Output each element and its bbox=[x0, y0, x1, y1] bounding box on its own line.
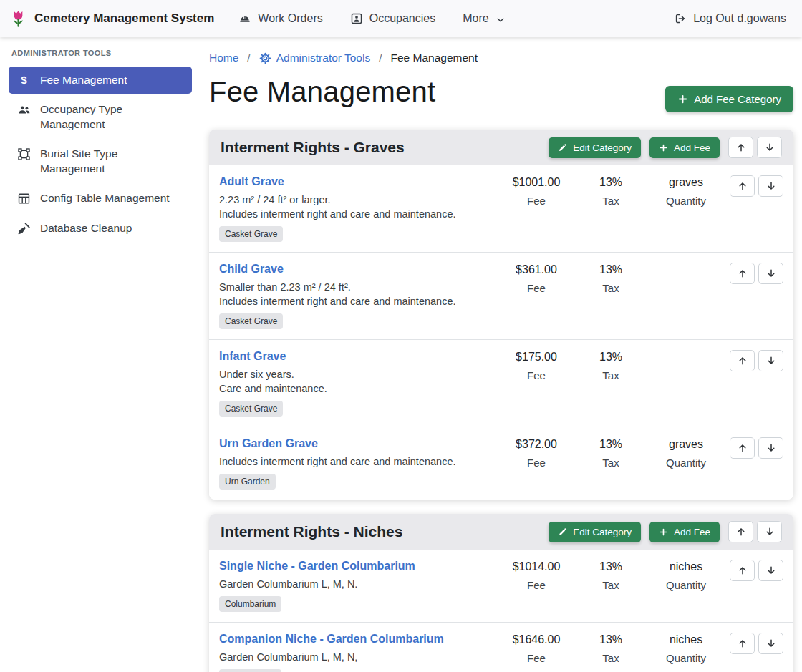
move-category-down-button[interactable] bbox=[757, 521, 782, 542]
tulip-logo-icon bbox=[9, 9, 28, 29]
fee-amount-column: $1001.00 Fee bbox=[497, 175, 576, 207]
fee-description: Includes interment right and care and ma… bbox=[219, 296, 491, 307]
arrow-down-icon bbox=[766, 268, 776, 278]
page-title: Fee Management bbox=[209, 76, 435, 108]
nav-occupancies[interactable]: Occupancies bbox=[350, 12, 436, 25]
category-header: Interment Rights - Niches Edit Category … bbox=[209, 514, 793, 550]
fee-amount-column: $1646.00 Fee bbox=[497, 633, 576, 664]
move-fee-up-button[interactable] bbox=[730, 350, 755, 371]
edit-category-button[interactable]: Edit Category bbox=[549, 137, 641, 158]
fee-name-link[interactable]: Companion Niche - Garden Columbarium bbox=[219, 633, 444, 646]
arrow-up-icon bbox=[736, 142, 746, 152]
sidebar-item-config-table-management[interactable]: Config Table Management bbox=[9, 185, 192, 212]
edit-category-label: Edit Category bbox=[573, 142, 632, 153]
fee-reorder-buttons bbox=[726, 437, 783, 459]
sidebar-heading: ADMINISTRATOR TOOLS bbox=[0, 46, 200, 64]
fee-quantity-column: niches Quantity bbox=[646, 560, 726, 591]
broom-icon bbox=[17, 222, 31, 235]
breadcrumb-separator: / bbox=[379, 52, 382, 64]
category-reorder-buttons bbox=[728, 137, 782, 158]
fee-amount: $175.00 bbox=[497, 351, 576, 364]
fee-quantity-label: Quantity bbox=[646, 195, 726, 207]
fee-tax-column: 13% Tax bbox=[576, 350, 646, 381]
fee-name-link[interactable]: Infant Grave bbox=[219, 350, 286, 363]
move-fee-up-button[interactable] bbox=[730, 633, 755, 654]
nav-more[interactable]: More bbox=[463, 12, 505, 25]
add-fee-label: Add Fee bbox=[674, 142, 710, 153]
move-fee-up-button[interactable] bbox=[730, 437, 755, 459]
fee-amount-column: $175.00 Fee bbox=[497, 350, 576, 381]
sidebar: ADMINISTRATOR TOOLS Fee Management Occup… bbox=[0, 37, 200, 672]
fee-quantity-label: Quantity bbox=[646, 457, 726, 469]
sidebar-item-label: Fee Management bbox=[40, 73, 127, 87]
fee-name-link[interactable]: Urn Garden Grave bbox=[219, 437, 318, 450]
fee-quantity-label: Quantity bbox=[646, 579, 726, 591]
arrow-up-icon bbox=[738, 181, 748, 191]
move-category-up-button[interactable] bbox=[728, 521, 753, 542]
fee-tax-label: Tax bbox=[576, 579, 646, 591]
sidebar-item-label: Occupancy Type Management bbox=[40, 102, 183, 132]
move-fee-down-button[interactable] bbox=[758, 350, 783, 371]
fee-reorder-buttons bbox=[726, 633, 783, 654]
move-category-up-button[interactable] bbox=[728, 137, 753, 158]
fee-descriptions: Garden Columbarium L, M, N. bbox=[219, 578, 491, 590]
add-fee-button[interactable]: Add Fee bbox=[649, 522, 720, 542]
fee-tax-label: Tax bbox=[576, 282, 646, 294]
move-fee-down-button[interactable] bbox=[758, 263, 783, 284]
sidebar-item-database-cleanup[interactable]: Database Cleanup bbox=[9, 215, 192, 242]
fee-tax-column: 13% Tax bbox=[576, 437, 646, 469]
sidebar-item-label: Database Cleanup bbox=[40, 221, 132, 235]
breadcrumb-home-link[interactable]: Home bbox=[209, 52, 238, 64]
breadcrumb-current: Fee Management bbox=[391, 52, 478, 64]
fee-amount: $372.00 bbox=[497, 438, 576, 451]
fee-description: Includes interment right and care and ma… bbox=[219, 456, 491, 467]
logout-icon bbox=[674, 12, 687, 25]
sidebar-item-fee-management[interactable]: Fee Management bbox=[9, 67, 192, 94]
fee-type-badge: Casket Grave bbox=[219, 226, 283, 242]
fee-tax-label: Tax bbox=[576, 195, 646, 207]
nav-work-orders[interactable]: Work Orders bbox=[238, 12, 322, 25]
add-fee-button[interactable]: Add Fee bbox=[649, 137, 720, 158]
breadcrumb-admin-tools-link[interactable]: Administrator Tools bbox=[259, 52, 371, 64]
move-fee-up-button[interactable] bbox=[730, 560, 755, 581]
app-brand[interactable]: Cemetery Management System bbox=[9, 9, 214, 29]
move-fee-down-button[interactable] bbox=[758, 560, 783, 581]
fee-name-link[interactable]: Single Niche - Garden Columbarium bbox=[219, 560, 415, 573]
fee-tax: 13% bbox=[576, 560, 646, 573]
fee-name-link[interactable]: Child Grave bbox=[219, 263, 284, 276]
main-content: Home / Administrator Tools / Fee Managem… bbox=[200, 37, 802, 672]
add-fee-category-button[interactable]: Add Fee Category bbox=[665, 86, 793, 112]
arrow-up-icon bbox=[738, 443, 748, 453]
fee-quantity-label: Quantity bbox=[646, 652, 726, 664]
plus-icon bbox=[659, 143, 668, 152]
fee-amount-label: Fee bbox=[497, 282, 576, 294]
vector-square-icon bbox=[17, 147, 31, 161]
edit-category-button[interactable]: Edit Category bbox=[549, 522, 641, 542]
fee-description: Under six years. bbox=[219, 369, 491, 380]
table-icon bbox=[17, 192, 31, 205]
arrow-up-icon bbox=[738, 565, 748, 575]
move-category-down-button[interactable] bbox=[757, 137, 782, 158]
logout-link[interactable]: Log Out d.gowans bbox=[674, 12, 786, 25]
edit-category-label: Edit Category bbox=[573, 527, 632, 537]
move-fee-up-button[interactable] bbox=[730, 175, 755, 197]
fee-descriptions: Garden Columbarium L, M, N, bbox=[219, 651, 491, 663]
fee-rows: Adult Grave 2.23 m² / 24 ft² or larger.I… bbox=[209, 165, 793, 500]
page-header: Fee Management Add Fee Category bbox=[209, 76, 793, 112]
move-fee-down-button[interactable] bbox=[758, 175, 783, 197]
fee-quantity: niches bbox=[646, 560, 726, 573]
fee-name-link[interactable]: Adult Grave bbox=[219, 175, 284, 188]
top-navbar: Cemetery Management System Work Orders O… bbox=[0, 0, 802, 37]
fee-tax-column: 13% Tax bbox=[576, 263, 646, 294]
fee-type-badge: Casket Grave bbox=[219, 401, 283, 417]
category-title: Interment Rights - Niches bbox=[221, 523, 540, 540]
fee-quantity-column bbox=[646, 263, 726, 294]
move-fee-down-button[interactable] bbox=[758, 437, 783, 459]
sidebar-item-occupancy-type-management[interactable]: Occupancy Type Management bbox=[9, 96, 192, 138]
category-list: Interment Rights - Graves Edit Category … bbox=[209, 130, 793, 672]
sidebar-item-burial-site-type-management[interactable]: Burial Site Type Management bbox=[9, 140, 192, 182]
fee-row: Companion Niche - Garden Columbarium Gar… bbox=[209, 623, 793, 672]
move-fee-up-button[interactable] bbox=[730, 263, 755, 284]
move-fee-down-button[interactable] bbox=[758, 633, 783, 654]
fee-type-badge: Columbarium bbox=[219, 669, 281, 672]
